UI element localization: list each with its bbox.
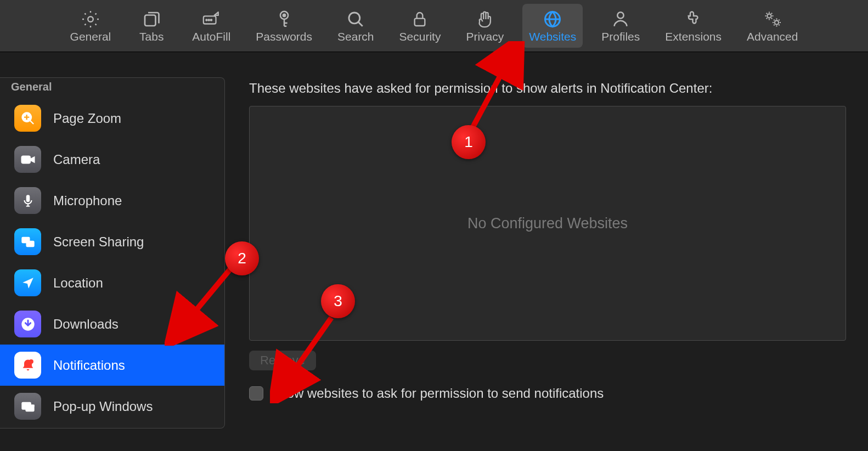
svg-line-23 (472, 49, 515, 129)
hand-icon (476, 8, 494, 30)
svg-rect-22 (25, 404, 34, 407)
annotation-badge-2: 2 (225, 241, 259, 275)
sidebar-item-page-zoom[interactable]: Page Zoom (0, 98, 224, 139)
toolbar-label: Profiles (601, 30, 640, 43)
autofill-icon (201, 8, 222, 30)
toolbar-item-profiles[interactable]: Profiles (595, 4, 646, 48)
zoom-icon (14, 105, 41, 132)
location-icon (14, 269, 41, 296)
tabs-icon (142, 8, 161, 30)
svg-point-0 (88, 16, 93, 22)
toolbar-item-tabs[interactable]: Tabs (129, 4, 173, 48)
svg-point-8 (349, 13, 360, 24)
svg-point-11 (618, 12, 624, 18)
camera-icon (14, 146, 41, 173)
sidebar-item-notifications[interactable]: Notifications (0, 345, 224, 386)
svg-point-5 (211, 19, 212, 20)
person-icon (611, 8, 630, 30)
toolbar-item-autofill[interactable]: AutoFill (185, 4, 237, 48)
sidebar-item-label: Camera (53, 152, 100, 167)
toolbar-label: General (70, 30, 111, 43)
toolbar-item-security[interactable]: Security (393, 4, 448, 48)
svg-point-3 (206, 19, 207, 20)
sidebar-item-microphone[interactable]: Microphone (0, 180, 224, 221)
toolbar-label: Passwords (256, 30, 312, 43)
gears-icon (762, 8, 784, 30)
gear-icon (81, 8, 100, 30)
sidebar-item-label: Page Zoom (53, 111, 121, 126)
content-heading: These websites have asked for permission… (249, 81, 846, 96)
annotation-badge-1: 1 (452, 125, 486, 159)
toolbar-label: Search (337, 30, 374, 43)
sidebar-item-label: Location (53, 275, 103, 291)
svg-point-19 (29, 359, 33, 363)
toolbar-item-search[interactable]: Search (331, 4, 381, 48)
microphone-icon (14, 187, 41, 214)
svg-point-12 (767, 14, 771, 18)
sidebar-item-label: Downloads (53, 317, 119, 332)
sidebar-item-label: Microphone (53, 193, 122, 208)
allow-notifications-checkbox[interactable] (249, 386, 263, 401)
toolbar-item-extensions[interactable]: Extensions (658, 4, 728, 48)
sidebar-item-label: Notifications (53, 358, 125, 373)
sidebar-item-label: Pop-up Windows (53, 399, 153, 414)
svg-rect-1 (145, 15, 156, 26)
globe-icon (543, 8, 562, 30)
screen-sharing-icon (14, 228, 41, 255)
toolbar: General Tabs AutoFill Passwords Search S… (0, 0, 868, 52)
toolbar-label: Extensions (665, 30, 722, 43)
toolbar-item-advanced[interactable]: Advanced (740, 4, 804, 48)
annotation-arrow-1 (466, 41, 527, 134)
svg-point-13 (775, 20, 779, 24)
key-icon (275, 8, 294, 30)
toolbar-item-websites[interactable]: Websites (522, 4, 583, 48)
empty-state-text: No Configured Websites (467, 215, 628, 232)
toolbar-label: Tabs (139, 30, 164, 43)
popup-icon (14, 393, 41, 420)
svg-rect-9 (415, 19, 425, 26)
toolbar-label: AutoFill (192, 30, 230, 43)
toolbar-label: Advanced (747, 30, 798, 43)
svg-rect-15 (26, 195, 30, 202)
svg-rect-17 (26, 240, 34, 247)
toolbar-label: Websites (529, 30, 576, 43)
svg-rect-14 (21, 155, 31, 164)
bell-icon (14, 352, 41, 379)
svg-line-24 (177, 262, 236, 334)
sidebar-section-label: General (11, 81, 52, 93)
toolbar-label: Security (399, 30, 441, 43)
sidebar-item-popup-windows[interactable]: Pop-up Windows (0, 386, 224, 427)
toolbar-item-passwords[interactable]: Passwords (249, 4, 319, 48)
sidebar-item-camera[interactable]: Camera (0, 139, 224, 180)
annotation-arrow-3 (270, 310, 347, 403)
main-area: General Page Zoom Camera Microphone (0, 52, 868, 451)
toolbar-item-general[interactable]: General (64, 4, 118, 48)
puzzle-icon (684, 8, 703, 30)
svg-line-25 (280, 318, 331, 391)
sidebar-item-label: Screen Sharing (53, 234, 144, 250)
annotation-badge-3: 3 (321, 284, 355, 318)
download-icon (14, 311, 41, 337)
lock-icon (411, 8, 429, 30)
search-icon (346, 8, 365, 30)
svg-point-4 (208, 19, 210, 20)
svg-point-7 (283, 14, 285, 16)
